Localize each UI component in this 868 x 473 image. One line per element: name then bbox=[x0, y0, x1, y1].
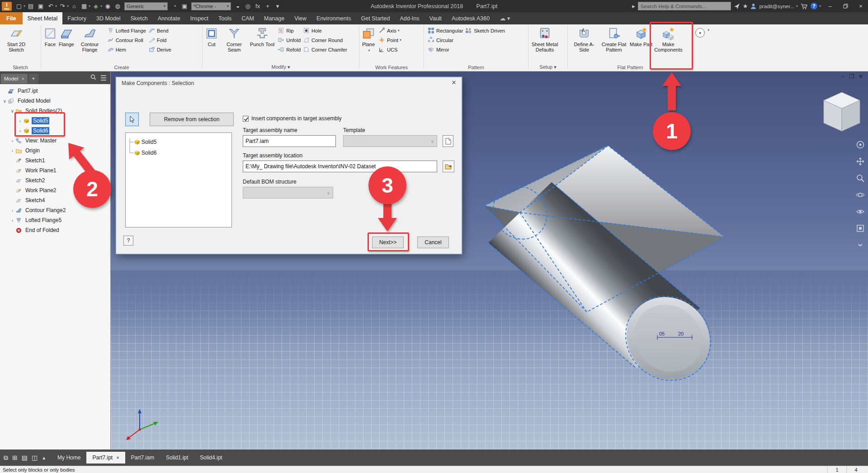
save-icon[interactable]: ▣ bbox=[36, 1, 45, 11]
material-browser-caret-icon[interactable]: ▾ bbox=[100, 4, 102, 8]
panel-label-modify[interactable]: Modify ▾ bbox=[203, 64, 359, 70]
browse-location-button[interactable] bbox=[443, 161, 454, 172]
document-tab-part7-iam[interactable]: Part7.iam bbox=[125, 452, 160, 464]
tree-item-solid5[interactable]: ›Solid5 bbox=[0, 116, 110, 126]
tree-item-folded-model[interactable]: ∨Folded Model bbox=[0, 96, 110, 106]
select-bodies-button[interactable] bbox=[125, 113, 139, 126]
close-button[interactable]: × bbox=[854, 0, 867, 12]
expand-closed-icon[interactable]: › bbox=[9, 138, 15, 143]
favorites-star-icon[interactable]: ★ bbox=[743, 3, 748, 9]
material-combo[interactable]: Generic▾ bbox=[124, 2, 168, 10]
hole-button[interactable]: Hole bbox=[303, 26, 347, 35]
axis-button[interactable]: Axis▾ bbox=[378, 26, 401, 35]
cancel-button[interactable]: Cancel bbox=[417, 236, 449, 248]
insert-components-checkbox[interactable] bbox=[243, 116, 249, 122]
fold-button[interactable]: Fold bbox=[148, 35, 171, 45]
start-2d-sketch-button[interactable]: Start 2D Sketch bbox=[1, 26, 31, 53]
color-wheel-icon[interactable]: ◔ bbox=[170, 1, 179, 11]
help-menu-caret-icon[interactable]: ▾ bbox=[819, 4, 821, 8]
restore-button[interactable] bbox=[839, 0, 852, 12]
hem-button[interactable]: Hem bbox=[107, 45, 146, 54]
punch-tool-button[interactable]: Punch Tool bbox=[249, 26, 275, 48]
next-button[interactable]: Next>> bbox=[372, 236, 404, 248]
add-tool-icon[interactable]: + bbox=[263, 1, 272, 11]
dialog-close-icon[interactable]: ✕ bbox=[450, 79, 458, 86]
collapse-bar-icon[interactable]: ▲ bbox=[42, 455, 46, 460]
panel-label-work[interactable]: Work Features bbox=[359, 65, 424, 70]
expand-closed-icon[interactable]: › bbox=[17, 118, 23, 123]
expand-closed-icon[interactable]: › bbox=[9, 208, 15, 213]
ribbon-tab-view[interactable]: View bbox=[289, 12, 311, 24]
browser-tab-close-icon[interactable]: × bbox=[21, 76, 24, 81]
tree-item-work-plane1[interactable]: Work Plane1 bbox=[0, 166, 110, 175]
point-button[interactable]: Point▾ bbox=[378, 35, 401, 45]
look-at-icon[interactable] bbox=[856, 207, 865, 218]
browser-add-tab-button[interactable]: + bbox=[28, 74, 38, 84]
cascade-windows-icon[interactable]: ⧉ bbox=[4, 454, 8, 462]
ribbon-collapse-control[interactable]: ▾▾ bbox=[695, 28, 709, 71]
make-part-button[interactable]: Make Part bbox=[629, 26, 653, 48]
lofted-flange-button[interactable]: Lofted Flange bbox=[107, 26, 146, 35]
signed-in-user[interactable]: pradit@syner... bbox=[759, 4, 794, 9]
expand-open-icon[interactable]: ∨ bbox=[2, 99, 8, 104]
ribbon-tab-factory[interactable]: Factory bbox=[62, 12, 91, 24]
clear-appearance-icon[interactable]: ◎ bbox=[243, 1, 252, 11]
contour-flange-button[interactable]: Contour Flange bbox=[75, 26, 105, 53]
appearance-spheres-icon[interactable]: ◉ bbox=[103, 1, 112, 11]
plane-button[interactable]: Plane▾ bbox=[361, 26, 376, 54]
define-a-side-button[interactable]: ADefine A-Side bbox=[569, 26, 599, 53]
user-menu-caret-icon[interactable]: ▾ bbox=[796, 4, 798, 8]
home-icon[interactable]: ⌂ bbox=[70, 1, 79, 11]
doc-close-icon[interactable]: ✕ bbox=[858, 73, 864, 80]
tree-item-solid-bodies-2-[interactable]: ∨Solid Bodies(2) bbox=[0, 106, 110, 116]
contour-roll-button[interactable]: Contour Roll bbox=[107, 35, 146, 45]
ribbon-tab-annotate[interactable]: Annotate bbox=[153, 12, 185, 24]
refold-button[interactable]: Refold bbox=[278, 45, 301, 54]
tree-item-sketch1[interactable]: Sketch1 bbox=[0, 156, 110, 166]
undo-icon[interactable]: ↶ bbox=[46, 1, 55, 11]
undo-caret-icon[interactable]: ▾ bbox=[55, 4, 57, 8]
appearance-box-icon[interactable]: ▣ bbox=[180, 1, 189, 11]
ribbon-tab-3d-model[interactable]: 3D Model bbox=[91, 12, 126, 24]
doc-minimize-icon[interactable]: – bbox=[840, 73, 846, 80]
document-tab-my-home[interactable]: My Home bbox=[52, 452, 86, 464]
ribbon-tab-vault[interactable]: Vault bbox=[425, 12, 447, 24]
create-flat-pattern-button[interactable]: Create Flat Pattern bbox=[599, 26, 629, 53]
ribbon-tab-cam[interactable]: CAM bbox=[236, 12, 259, 24]
ribbon-tab-sheet-metal[interactable]: Sheet Metal bbox=[23, 12, 63, 24]
ribbon-tab-file[interactable]: File bbox=[0, 12, 23, 24]
tree-item-solid6[interactable]: ›Solid6 bbox=[0, 126, 110, 136]
expand-open-icon[interactable]: ∨ bbox=[9, 109, 15, 114]
selection-item-solid5[interactable]: Solid5 bbox=[126, 137, 231, 147]
view-cube[interactable] bbox=[819, 88, 864, 136]
document-tab-solid4-ipt[interactable]: Solid4.ipt bbox=[194, 452, 228, 464]
expand-search-icon[interactable]: ▸ bbox=[632, 3, 635, 9]
expand-closed-icon[interactable]: › bbox=[17, 128, 23, 133]
material-browser-icon[interactable]: ◈ bbox=[91, 1, 100, 11]
make-components-button[interactable]: Make Components bbox=[653, 26, 683, 53]
new-file-caret-icon[interactable]: ▾ bbox=[24, 4, 25, 8]
full-navigation-wheel-icon[interactable] bbox=[856, 140, 865, 151]
ribbon-tab-get-started[interactable]: Get Started bbox=[356, 12, 395, 24]
a360-cloud-icon[interactable]: ☁ ▾ bbox=[495, 12, 515, 24]
pan-icon[interactable] bbox=[856, 157, 865, 168]
document-tab-part7-ipt[interactable]: Part7.ipt× bbox=[86, 452, 125, 464]
ucs-button[interactable]: UCS bbox=[378, 45, 401, 54]
face-button[interactable]: Face bbox=[42, 26, 58, 48]
send-feedback-icon[interactable] bbox=[734, 3, 740, 9]
ribbon-tab-inspect[interactable]: Inspect bbox=[185, 12, 213, 24]
ribbon-collapse-icon[interactable]: ▾ bbox=[695, 28, 705, 38]
tile-windows-icon[interactable]: ⊞ bbox=[12, 454, 18, 461]
remove-from-selection-button[interactable]: Remove from selection bbox=[150, 113, 234, 126]
redo-caret-icon[interactable]: ▾ bbox=[67, 4, 69, 8]
tree-item-lofted-flange5[interactable]: ›Lofted Flange5 bbox=[0, 215, 110, 225]
redo-icon[interactable]: ↷ bbox=[58, 1, 67, 11]
ribbon-tab-environments[interactable]: Environments bbox=[311, 12, 356, 24]
panel-label-flat[interactable]: Flat Pattern bbox=[568, 65, 693, 70]
render-gallery-icon[interactable]: ▦ bbox=[80, 1, 89, 11]
help-search-input[interactable] bbox=[638, 2, 731, 10]
sheet-metal-defaults-button[interactable]: Sheet Metal Defaults bbox=[530, 26, 560, 53]
ribbon-tab-sketch[interactable]: Sketch bbox=[125, 12, 152, 24]
expand-closed-icon[interactable]: › bbox=[9, 218, 15, 223]
new-file-icon[interactable]: ▢ bbox=[14, 1, 24, 11]
